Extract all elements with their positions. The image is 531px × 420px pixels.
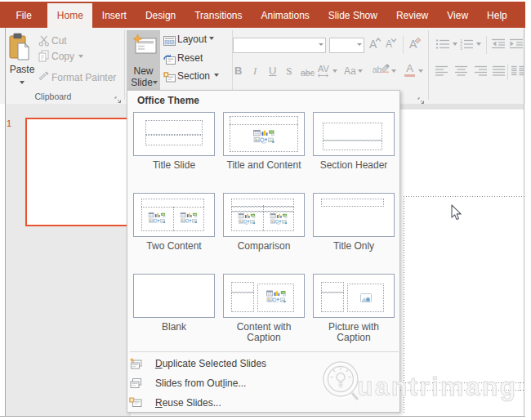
layout-label[interactable]: Layout <box>177 34 207 45</box>
format-painter-icon[interactable] <box>38 71 50 86</box>
section-dropdown-caret[interactable] <box>214 74 219 77</box>
layout-thumbnail <box>313 274 395 318</box>
justify-button[interactable] <box>493 65 505 80</box>
layout-thumbnail <box>223 274 305 318</box>
copy-label[interactable]: Copy <box>51 51 74 62</box>
copy-icon[interactable] <box>38 50 50 65</box>
layout-dropdown-caret[interactable] <box>209 37 214 40</box>
font-name-caret[interactable] <box>319 43 324 46</box>
layout-label: Two Content <box>132 241 216 252</box>
tab-slide-show[interactable]: Slide Show <box>319 3 386 28</box>
layout-thumbnail <box>223 112 305 156</box>
text-shadow-button[interactable]: S <box>286 65 292 78</box>
layout-two-content[interactable]: Two Content <box>133 193 215 237</box>
clipboard-group-label: Clipboard <box>16 92 90 101</box>
font-color-caret[interactable] <box>418 69 423 73</box>
tab-view[interactable]: View <box>438 3 478 28</box>
numbering-caret[interactable] <box>476 42 481 46</box>
section-label[interactable]: Section <box>177 70 210 82</box>
clear-formatting-button[interactable]: A <box>409 37 422 51</box>
svg-text:3: 3 <box>460 46 462 51</box>
layout-blank[interactable]: Blank <box>133 274 215 318</box>
reset-icon[interactable] <box>163 53 176 68</box>
ribbon-tab-bar: FileHomeInsertDesignTransitionsAnimation… <box>0 2 525 28</box>
slide-1-number: 1 <box>7 118 11 128</box>
tab-home[interactable]: Home <box>47 3 92 28</box>
cut-label[interactable]: Cut <box>51 35 67 47</box>
tab-animations[interactable]: Animations <box>252 3 319 28</box>
menu-item-slides-from-outline[interactable]: Slides from Outline... <box>129 373 399 393</box>
font-color-button[interactable]: A <box>404 63 415 77</box>
layout-title-only[interactable]: Title Only <box>313 193 395 237</box>
new-slide-gallery-dropdown: Office Theme Title Slide Title and Conte… <box>127 90 400 413</box>
slide-1-thumbnail[interactable] <box>25 118 131 226</box>
align-center-button[interactable] <box>455 65 467 80</box>
layout-label: Section Header <box>311 160 396 171</box>
change-case-button[interactable]: Aa <box>344 65 356 78</box>
paste-dropdown-caret[interactable] <box>20 81 25 84</box>
layout-section-header[interactable]: Section Header <box>313 112 395 156</box>
decrease-indent-button[interactable] <box>492 38 505 53</box>
layout-content-caption[interactable]: Content with Caption <box>223 274 305 318</box>
duplicate-slides-icon <box>129 357 142 370</box>
text-highlight-button[interactable]: ab <box>373 64 390 77</box>
reuse-slides-icon <box>129 396 142 409</box>
layout-comparison[interactable]: Comparison <box>223 193 305 237</box>
layout-thumbnail <box>313 112 395 156</box>
reset-label[interactable]: Reset <box>177 52 203 64</box>
copy-dropdown-caret[interactable] <box>78 55 83 58</box>
tab-insert[interactable]: Insert <box>92 3 136 28</box>
format-painter-label[interactable]: Format Painter <box>51 72 116 83</box>
bullets-caret[interactable] <box>453 42 457 46</box>
menu-item-label: Reuse Slides... <box>155 397 221 409</box>
text-highlight-caret[interactable] <box>391 69 396 73</box>
columns-button[interactable] <box>511 65 524 80</box>
powerpoint-window: FileHomeInsertDesignTransitionsAnimation… <box>0 0 531 420</box>
menu-item-reuse-slides[interactable]: Reuse Slides... <box>129 393 399 413</box>
layout-label: Title Slide <box>132 160 216 171</box>
menu-item-duplicate-selected-slides[interactable]: Duplicate Selected Slides <box>129 354 399 373</box>
character-spacing-button[interactable]: AV <box>318 65 329 78</box>
mouse-cursor <box>451 204 462 221</box>
tab-review[interactable]: Review <box>386 3 437 28</box>
layout-picture-caption[interactable]: Picture with Caption <box>313 274 395 318</box>
strikethrough-button[interactable]: abc <box>301 66 315 79</box>
font-size-combobox[interactable] <box>329 38 364 53</box>
tab-file[interactable]: File <box>7 3 41 28</box>
layout-title[interactable]: Title Slide <box>133 112 215 156</box>
increase-font-size-button[interactable]: A <box>369 38 381 51</box>
new-slide-button[interactable]: New Slide <box>127 30 160 91</box>
change-case-caret[interactable] <box>358 69 363 73</box>
layout-title-content[interactable]: Title and Content <box>223 112 305 156</box>
tab-help[interactable]: Help <box>478 3 517 28</box>
cut-icon[interactable] <box>38 35 50 50</box>
section-icon[interactable] <box>163 71 176 86</box>
layout-label: Picture with Caption <box>311 322 396 343</box>
layout-thumbnail <box>313 193 395 237</box>
layout-icon[interactable] <box>163 34 176 49</box>
layout-thumbnail <box>133 112 215 156</box>
increase-indent-button[interactable] <box>510 38 523 53</box>
new-slide-dropdown-caret[interactable] <box>153 81 158 84</box>
layout-label: Content with Caption <box>221 322 306 343</box>
new-slide-icon <box>132 34 157 59</box>
decrease-font-size-button[interactable]: A <box>386 38 396 51</box>
numbering-button[interactable]: 123 <box>460 38 473 53</box>
bold-button[interactable]: B <box>234 65 242 78</box>
tab-design[interactable]: Design <box>136 3 185 28</box>
layout-label: Title and Content <box>221 160 306 171</box>
bullets-button[interactable] <box>436 38 449 53</box>
underline-button[interactable]: U <box>269 65 276 78</box>
layout-label: Title Only <box>311 241 396 252</box>
tab-transitions[interactable]: Transitions <box>185 3 252 28</box>
layout-thumbnail <box>133 193 215 237</box>
italic-button[interactable]: I <box>253 65 257 78</box>
paste-button[interactable]: Paste <box>7 30 38 91</box>
font-size-caret[interactable] <box>357 43 362 46</box>
align-left-button[interactable] <box>435 65 448 80</box>
font-name-combobox[interactable] <box>233 38 326 53</box>
gallery-menu-separator <box>130 351 399 352</box>
character-spacing-caret[interactable] <box>332 69 337 73</box>
window-bottom-edge <box>0 416 525 417</box>
align-right-button[interactable] <box>475 65 487 80</box>
